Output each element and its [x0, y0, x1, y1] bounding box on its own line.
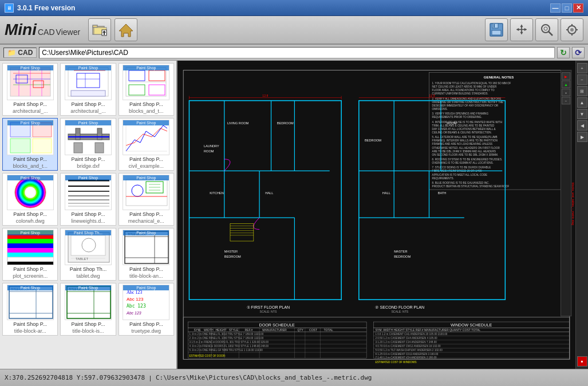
file-thumbnail: TITLE-BLOCK-AR Paint Shop [7, 285, 54, 320]
maximize-button[interactable]: □ [562, 3, 572, 13]
main-toolbar: Mini CAD Viewer [0, 16, 588, 45]
save-button[interactable] [485, 18, 508, 41]
file-item[interactable]: Paint Shop Paint Shop P... mechanical_e.… [119, 173, 174, 226]
cad-drawing: DOOR SCHEDULE SYM. WIDTH HEIGHT STYLE RE… [177, 61, 575, 369]
svg-text:TABLET: TABLET [76, 257, 89, 261]
svg-text:5.  ALL EXTERIOR WALL ARE TO B: 5. ALL EXTERIOR WALL ARE TO BE SQUARE(PL… [432, 136, 498, 139]
scroll-left-button[interactable]: ◀ [577, 120, 587, 131]
home-button[interactable] [115, 18, 137, 41]
thumbnail-label: Paint Shop [7, 285, 53, 290]
svg-marker-5 [119, 24, 133, 37]
zoom-in-button[interactable]: + [577, 63, 587, 73]
svg-text:DAY COVER AT ALL LOCATIONS BET: DAY COVER AT ALL LOCATIONS BETWEEN WALL … [432, 128, 496, 131]
file-subname: title-block-an... [120, 273, 172, 279]
svg-text:Abc 123: Abc 123 [127, 304, 146, 309]
svg-text:BEDROOM: BEDROOM [365, 139, 381, 142]
file-item[interactable]: Paint Shop Paint Shop P... plot_screenin… [2, 228, 58, 281]
path-input[interactable] [39, 47, 555, 58]
svg-text:TOTAL: TOTAL [324, 328, 333, 332]
svg-text:GENERAL NOTES: GENERAL NOTES [484, 75, 514, 79]
svg-text:Abc 123: Abc 123 [127, 297, 144, 302]
svg-rect-8 [492, 30, 501, 35]
file-item[interactable]: TITLE-BLOCK-IS Paint Shop Paint Shop P..… [60, 283, 116, 336]
thumbnail-label: Paint Shop [7, 120, 53, 125]
file-subname: architectural_... [4, 108, 56, 114]
fit-button[interactable]: ⊞ [577, 86, 587, 96]
scroll-up-button[interactable]: ▲ [577, 97, 587, 108]
file-item[interactable]: TITLE BLOCK Paint Shop Paint Shop P... t… [119, 228, 174, 281]
svg-text:−: − [565, 99, 567, 103]
svg-text:Abc 123: Abc 123 [127, 290, 142, 295]
main-content: Paint Shop Paint Shop P... architectural… [0, 61, 588, 369]
close-button[interactable]: ✕ [573, 3, 583, 13]
thumbnail-label: Paint Shop [65, 175, 111, 180]
folder-icon: 📁 [7, 49, 16, 57]
svg-rect-43 [33, 139, 52, 153]
file-list-scroll[interactable]: Paint Shop Paint Shop P... architectural… [0, 61, 176, 369]
logo-cad: CAD [38, 27, 55, 37]
cad-right-toolbar: + − ⊞ ▲ ▼ ◀ ▶ ■ [575, 61, 588, 369]
svg-rect-7 [492, 23, 498, 28]
svg-text:ON SECOND FLOOR ARE TO BE DBL : ON SECOND FLOOR ARE TO BE DBL 2X3M X 305… [432, 153, 498, 156]
file-name: Paint Shop P... [4, 321, 56, 327]
svg-text:Abc 123: Abc 123 [126, 311, 141, 315]
svg-text:① FIRST FLOOR PLAN: ① FIRST FLOOR PLAN [247, 305, 290, 310]
file-thumbnail: Paint Shop [7, 120, 54, 155]
file-item[interactable]: TABLET Paint Shop Th... Paint Shop Th...… [60, 228, 116, 281]
svg-text:4  0.70  0.6 m  CASEMENT  CW12: 4 0.70 0.6 m CASEMENT CW12 ANDERSEN 16 1… [375, 345, 441, 348]
file-thumbnail: Abc 123 Abc 123 Abc 123 Abc 123 Paint Sh… [123, 285, 169, 320]
file-subname: civil_example... [120, 163, 172, 169]
svg-text:SYM.: SYM. [194, 328, 202, 332]
file-item[interactable]: Paint Shop Paint Shop P... bridge.dxf [60, 118, 116, 171]
svg-text:blocks_and_tables_-_metric.dwg: blocks_and_tables_-_metric.dwg [571, 183, 575, 226]
file-item[interactable]: Paint Shop Paint Shop P... blocks_and_t.… [119, 63, 174, 116]
file-item[interactable]: Paint Shop Paint Shop P... blocks_and_t.… [2, 118, 58, 171]
cad-canvas[interactable]: DOOR SCHEDULE SYM. WIDTH HEIGHT STYLE RE… [177, 61, 588, 369]
pan-button[interactable] [510, 18, 533, 41]
svg-text:ROOM: ROOM [204, 149, 214, 153]
svg-rect-47 [76, 128, 80, 140]
svg-rect-83 [125, 231, 168, 263]
minimize-button[interactable]: — [550, 3, 561, 13]
file-name: Paint Shop P... [120, 101, 172, 107]
file-thumbnail: Paint Shop [65, 120, 112, 155]
scroll-down-button[interactable]: ▼ [577, 109, 587, 119]
file-subname: architectural_... [62, 108, 114, 114]
file-thumbnail: Paint Shop [7, 230, 54, 265]
file-item[interactable]: Paint Shop Paint Shop P... architectural… [2, 63, 58, 116]
file-thumbnail: Paint Shop [7, 175, 54, 210]
file-thumbnail: Paint Shop [65, 175, 112, 210]
file-item[interactable]: Paint Shop Paint Shop P... architectural… [60, 63, 116, 116]
thumbnail-label: Paint Shop [65, 65, 111, 70]
file-item[interactable]: Abc 123 Abc 123 Abc 123 Abc 123 Paint Sh… [119, 283, 174, 336]
svg-text:OMISSIONS.: OMISSIONS. [432, 108, 448, 111]
svg-text:▶: ▶ [565, 74, 567, 78]
file-item[interactable]: TITLE-BLOCK-AR Paint Shop Paint Shop P..… [2, 283, 58, 336]
svg-text:CURRENT UNIFORM BUILDING STAND: CURRENT UNIFORM BUILDING STANDARDS. [432, 92, 488, 95]
thumbnail-label: Paint Shop [123, 230, 169, 235]
svg-rect-93 [67, 286, 111, 318]
file-item[interactable]: Paint Shop Paint Shop P... colorwh.dwg [2, 173, 58, 226]
svg-text:LIVING ROOM: LIVING ROOM [227, 121, 249, 125]
thumbnail-label: Paint Shop [123, 120, 169, 125]
file-item[interactable]: Paint Shop Paint Shop P... civil_example… [119, 118, 174, 171]
svg-text:+: + [565, 90, 567, 94]
svg-text:REQUIREMENTS.: REQUIREMENTS. [432, 177, 454, 180]
titlebar: 🖥 3.0.1 Free version — □ ✕ [0, 0, 588, 16]
svg-text:▲: ▲ [565, 82, 568, 86]
zoom-button[interactable] [535, 18, 558, 41]
svg-rect-33 [71, 90, 105, 96]
scroll-right-button[interactable]: ▶ [577, 132, 587, 142]
file-subname: tablet.dwg [62, 273, 114, 279]
thumbnail-label: Paint Shop Th... [65, 230, 111, 235]
file-item[interactable]: Paint Shop Paint Shop P... lineweights.d… [60, 173, 116, 226]
refresh-button[interactable]: ↻ [557, 47, 570, 58]
file-name: Paint Shop P... [4, 266, 56, 272]
open-button[interactable] [88, 18, 111, 41]
file-subname: title-block-ar... [4, 328, 56, 334]
svg-text:3  1.5 m  2 m  FRENCH DOORS  F: 3 1.5 m 2 m FRENCH DOORS FL 301 TRU STYL… [189, 341, 269, 344]
zoom-out-button[interactable]: − [577, 74, 587, 85]
settings-button[interactable] [561, 18, 583, 41]
up-button[interactable]: ⟳ [572, 47, 585, 58]
logo: Mini CAD Viewer [5, 21, 80, 39]
